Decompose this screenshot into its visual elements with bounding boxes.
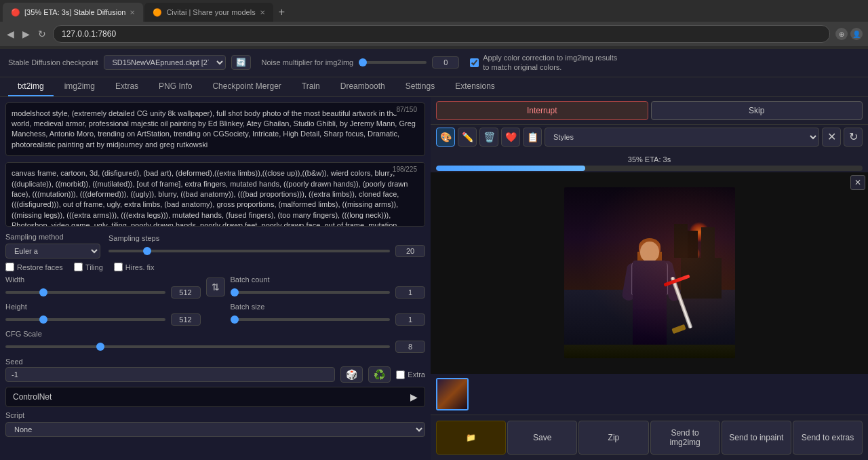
styles-area: 🎨 ✏️ 🗑️ ❤️ 📋 Styles ✕ ↻ <box>431 125 868 149</box>
tiling-checkbox[interactable] <box>74 263 83 271</box>
back-button[interactable]: ◀ <box>5 27 16 41</box>
tab-extensions[interactable]: Extensions <box>446 77 505 96</box>
batch-count-slider[interactable] <box>231 291 391 294</box>
send-to-inpaint-button[interactable]: Send to inpaint <box>722 421 791 455</box>
save-button[interactable]: Save <box>507 421 577 455</box>
sampling-steps-section: Sampling steps <box>108 234 425 257</box>
checkpoint-label: Stable Diffusion checkpoint <box>8 58 98 66</box>
tab-png-info[interactable]: PNG Info <box>149 77 201 96</box>
width-value-input[interactable] <box>171 286 201 299</box>
tab-img2img[interactable]: img2img <box>55 77 104 96</box>
dimensions-section: Width ⇅ Batch count <box>5 275 425 299</box>
thumbnail-1[interactable] <box>436 378 469 410</box>
restore-faces-label: Restore faces <box>17 263 63 271</box>
tab-checkpoint-merger[interactable]: Checkpoint Merger <box>203 77 290 96</box>
positive-prompt-textarea[interactable]: modelshoot style, (extremely detailed CG… <box>5 102 425 157</box>
styles-add-button[interactable]: ✕ <box>822 128 841 147</box>
forward-button[interactable]: ▶ <box>21 27 31 41</box>
hires-fix-item: Hires. fix <box>114 263 155 271</box>
restore-faces-checkbox[interactable] <box>5 263 14 271</box>
tab-settings[interactable]: Settings <box>396 77 444 96</box>
batch-count-section: Batch count <box>231 275 426 299</box>
seed-input[interactable] <box>5 367 335 382</box>
style-icon-heart[interactable]: ❤️ <box>501 128 520 147</box>
style-icon-trash[interactable]: 🗑️ <box>479 128 498 147</box>
batch-size-label: Batch size <box>231 303 426 311</box>
seed-random-button[interactable]: 🎲 <box>340 366 363 383</box>
folder-button[interactable]: 📁 <box>436 421 506 455</box>
send-to-extras-button[interactable]: Send to extras <box>793 421 863 455</box>
aspect-lock-button[interactable]: ⇅ <box>206 277 225 296</box>
styles-refresh-button[interactable]: ↻ <box>844 128 863 147</box>
ambient-light <box>564 187 735 358</box>
batch-count-label: Batch count <box>231 275 426 284</box>
script-select[interactable]: None <box>5 422 425 437</box>
hires-fix-checkbox[interactable] <box>114 263 123 271</box>
styles-select[interactable]: Styles <box>545 128 819 147</box>
seed-section: Seed 🎲 ♻️ Extra <box>5 357 425 383</box>
skip-button[interactable]: Skip <box>651 101 863 120</box>
script-label: Script <box>5 411 425 419</box>
interrupt-button[interactable]: Interrupt <box>436 101 648 120</box>
tab2-close[interactable]: ✕ <box>260 9 265 16</box>
noise-slider[interactable] <box>359 61 427 64</box>
negative-prompt-textarea[interactable]: canvas frame, cartoon, 3d, (disfigured),… <box>5 162 425 227</box>
tab-txt2img[interactable]: txt2img <box>8 77 54 96</box>
new-tab-button[interactable]: + <box>275 5 289 20</box>
seed-recycle-button[interactable]: ♻️ <box>368 366 391 383</box>
image-output-area[interactable]: ✕ <box>431 172 868 374</box>
options-checkboxes-row: Restore faces Tiling Hires. fix <box>5 263 425 271</box>
height-value-input[interactable] <box>171 313 201 326</box>
bottom-action-bar: 📁 Save Zip Send to img2img Send to inpai… <box>431 415 868 460</box>
style-icon-edit[interactable]: ✏️ <box>458 128 477 147</box>
sampling-steps-slider[interactable] <box>108 250 390 252</box>
cfg-value-input[interactable] <box>395 341 425 353</box>
checkpoint-select[interactable]: SD15NewVAEpruned.ckpt [27a4ac756c] <box>104 55 226 70</box>
height-batchsize-row: Height Batch size <box>5 303 425 326</box>
address-input[interactable] <box>53 25 830 43</box>
batch-size-section: Batch size <box>231 303 426 326</box>
batch-count-value[interactable] <box>395 286 425 299</box>
script-section: Script None <box>5 411 425 437</box>
tab1-close[interactable]: ✕ <box>130 9 135 16</box>
sampling-row: Sampling method Euler a Sampling steps <box>5 233 425 258</box>
zip-button[interactable]: Zip <box>578 421 648 455</box>
width-control <box>5 286 201 299</box>
controlnet-expand-button[interactable]: ▶ <box>410 391 418 402</box>
image-close-button[interactable]: ✕ <box>850 175 865 190</box>
tab-dreambooth[interactable]: Dreambooth <box>331 77 395 96</box>
profile-btn[interactable]: 👤 <box>850 28 863 40</box>
height-slider[interactable] <box>5 318 165 321</box>
browser-tab-2[interactable]: 🟠 Civitai | Share your models ✕ <box>144 3 273 22</box>
cfg-slider[interactable] <box>5 345 390 348</box>
color-correction-checkbox[interactable] <box>470 58 479 67</box>
reload-button[interactable]: ↻ <box>37 27 47 41</box>
progress-container: 35% ETA: 3s <box>431 149 868 172</box>
main-content: modelshoot style, (extremely detailed CG… <box>0 97 868 460</box>
sampling-method-label: Sampling method <box>5 233 100 241</box>
checkpoint-section: Stable Diffusion checkpoint SD15NewVAEpr… <box>8 55 251 70</box>
batch-size-value[interactable] <box>395 313 425 326</box>
checkpoint-refresh-button[interactable]: 🔄 <box>231 55 251 70</box>
folder-icon: 📁 <box>466 433 476 442</box>
width-slider[interactable] <box>5 291 165 294</box>
browser-tab-1[interactable]: 🔴 [35% ETA: 3s] Stable Diffusion ✕ <box>3 3 143 22</box>
extensions-btn[interactable]: ⊕ <box>835 28 848 40</box>
height-label: Height <box>5 303 201 311</box>
tab-bar: 🔴 [35% ETA: 3s] Stable Diffusion ✕ 🟠 Civ… <box>0 0 868 22</box>
batch-size-slider[interactable] <box>231 318 391 321</box>
style-icon-clipboard[interactable]: 📋 <box>523 128 542 147</box>
address-bar-row: ◀ ▶ ↻ ⊕ 👤 <box>0 22 868 46</box>
seed-row: 🎲 ♻️ Extra <box>5 366 425 383</box>
tab-train[interactable]: Train <box>292 77 330 96</box>
send-to-img2img-button[interactable]: Send to img2img <box>650 421 720 455</box>
sampling-method-select[interactable]: Euler a <box>5 244 100 258</box>
batch-count-control <box>231 286 426 299</box>
extra-checkbox[interactable] <box>396 370 405 379</box>
tab1-favicon: 🔴 <box>11 8 20 17</box>
negative-prompt-counter: 198/225 <box>390 165 420 174</box>
style-icon-paint[interactable]: 🎨 <box>436 128 455 147</box>
tab-extras[interactable]: Extras <box>106 77 148 96</box>
sampling-steps-value[interactable] <box>395 245 425 257</box>
tab2-label: Civitai | Share your models <box>166 8 255 16</box>
